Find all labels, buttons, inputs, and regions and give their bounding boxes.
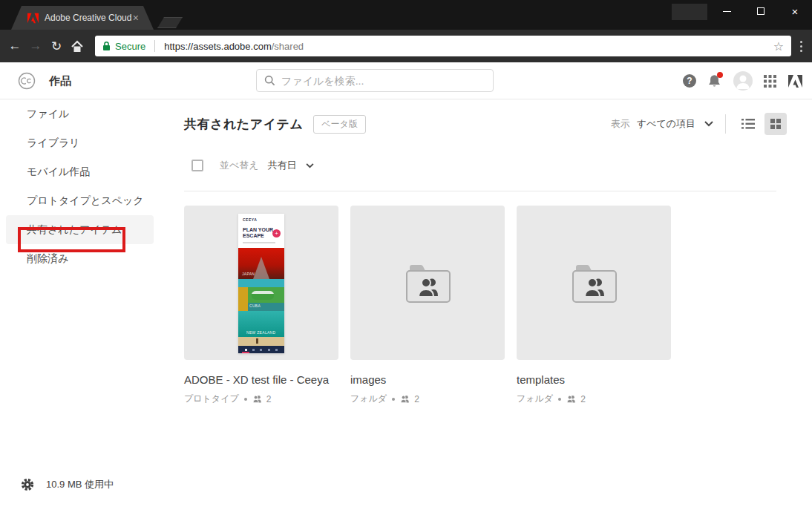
- sidebar-item-prototypes-specs[interactable]: プロトタイプとスペック: [0, 186, 172, 215]
- brand-label: 作品: [49, 74, 71, 88]
- notification-dot: [717, 72, 723, 78]
- thumb-plus-icon: [272, 229, 281, 237]
- card-title[interactable]: ADOBE - XD test file - Ceeya: [184, 373, 338, 386]
- folder-card-tile[interactable]: [350, 206, 505, 360]
- address-bar[interactable]: Secure https://assets.adobe.com /shared …: [95, 36, 791, 56]
- card-type-label: フォルダ: [350, 393, 387, 405]
- card-type-label: プロトタイプ: [184, 393, 239, 405]
- prototype-thumbnail: CEEYA PLAN YOUR ESCAPE JAPAN CUBA: [238, 214, 284, 353]
- maximize-icon: [757, 7, 764, 15]
- help-icon[interactable]: [683, 74, 696, 88]
- notifications-bell-icon[interactable]: [707, 73, 722, 88]
- thumb-label-japan: JAPAN: [242, 272, 255, 276]
- thumb-headline-1: PLAN YOUR: [243, 227, 273, 232]
- apps-grid-icon[interactable]: [764, 75, 776, 88]
- sidebar-item-files[interactable]: ファイル: [0, 99, 172, 128]
- thumb-subline: [243, 242, 275, 243]
- content-divider: [184, 191, 776, 191]
- thumb-label-new-zealand: NEW ZEALAND: [246, 330, 275, 335]
- shared-count: 2: [414, 394, 419, 404]
- shared-folder-icon: [405, 263, 452, 304]
- search-icon: [264, 75, 275, 86]
- sidebar-item-mobile-creations[interactable]: モバイル作品: [0, 157, 172, 186]
- bookmark-star-icon[interactable]: ☆: [773, 39, 784, 53]
- tab-title: Adobe Creative Cloud: [45, 13, 133, 23]
- card-title[interactable]: templates: [517, 373, 671, 386]
- new-tab-button[interactable]: [157, 17, 183, 28]
- beta-badge: ベータ版: [313, 115, 366, 134]
- sidebar-item-deleted[interactable]: 削除済み: [0, 244, 172, 273]
- shared-people-icon: [252, 395, 263, 403]
- window-close-button[interactable]: ×: [778, 0, 812, 22]
- thumb-label-cuba: CUBA: [249, 304, 261, 308]
- page-title: 共有されたアイテム: [184, 116, 303, 133]
- card-type-label: フォルダ: [517, 393, 553, 405]
- shared-count: 2: [266, 394, 272, 404]
- window-minimize-button[interactable]: [710, 0, 744, 22]
- url-host: https://assets.adobe.com: [164, 41, 272, 52]
- dot-separator: [558, 398, 561, 401]
- asset-card-templates: templates フォルダ 2: [517, 206, 671, 405]
- titlebar-blurred-region: [672, 4, 707, 20]
- creative-cloud-icon[interactable]: [18, 72, 36, 90]
- sidebar: ファイル ライブラリ モバイル作品 プロトタイプとスペック 共有されたアイテム …: [0, 99, 172, 518]
- browser-titlebar: Adobe Creative Cloud × ×: [0, 0, 812, 30]
- url-path: /shared: [272, 41, 304, 52]
- search-input[interactable]: [281, 75, 485, 87]
- adobe-logo-icon[interactable]: [788, 74, 803, 88]
- adobe-favicon-icon: [27, 13, 39, 24]
- sidebar-item-libraries[interactable]: ライブラリ: [0, 128, 172, 157]
- browser-tab[interactable]: Adobe Creative Cloud ×: [11, 6, 154, 30]
- browser-menu-icon[interactable]: [800, 41, 802, 52]
- thumb-section-japan: JAPAN: [238, 248, 284, 279]
- avatar[interactable]: [733, 71, 753, 91]
- secure-label: Secure: [115, 41, 145, 52]
- chevron-down-icon[interactable]: [704, 121, 713, 127]
- card-title[interactable]: images: [350, 373, 505, 386]
- dot-separator: [392, 398, 395, 401]
- view-filter-value[interactable]: すべての項目: [637, 117, 695, 131]
- view-filter-label: 表示: [611, 117, 630, 131]
- thumb-section-beach: [238, 337, 284, 346]
- search-box[interactable]: [256, 69, 494, 92]
- grid-view-icon: [770, 119, 781, 129]
- minimize-icon: [723, 11, 731, 12]
- thumb-section-new-zealand: NEW ZEALAND: [238, 311, 284, 337]
- thumb-navbar: [238, 346, 284, 353]
- thumb-section-cuba: CUBA: [238, 279, 284, 311]
- list-view-icon[interactable]: [738, 114, 759, 134]
- folder-card-tile[interactable]: [517, 206, 671, 360]
- sort-chevron-down-icon[interactable]: [306, 163, 314, 168]
- forward-icon: →: [25, 39, 46, 53]
- tab-close-icon[interactable]: ×: [133, 13, 139, 23]
- browser-toolbar: ← → ↻ Secure https://assets.adobe.com /s…: [0, 30, 812, 62]
- settings-gear-icon[interactable]: [21, 478, 34, 491]
- storage-usage-label: 10.9 MB 使用中: [46, 478, 114, 491]
- lock-icon: [102, 41, 111, 51]
- main-content: 共有されたアイテム ベータ版 表示 すべての項目 並べ替え 共有日: [184, 99, 812, 518]
- shared-folder-icon: [571, 263, 618, 304]
- prototype-card-tile[interactable]: CEEYA PLAN YOUR ESCAPE JAPAN CUBA: [184, 206, 338, 360]
- sidebar-item-shared[interactable]: 共有されたアイテム: [6, 215, 154, 244]
- close-icon: ×: [792, 6, 799, 17]
- asset-card-prototype: CEEYA PLAN YOUR ESCAPE JAPAN CUBA: [184, 206, 338, 405]
- home-icon[interactable]: [67, 40, 88, 53]
- dot-separator: [244, 398, 247, 401]
- select-all-checkbox[interactable]: [191, 160, 203, 171]
- thumb-brand: CEEYA: [243, 217, 281, 222]
- reload-icon[interactable]: ↻: [46, 39, 67, 54]
- shared-people-icon: [566, 395, 577, 403]
- shared-count: 2: [580, 394, 586, 404]
- view-toggle-divider: [725, 114, 726, 134]
- grid-view-button[interactable]: [764, 113, 787, 135]
- shared-people-icon: [400, 395, 410, 403]
- asset-card-images: images フォルダ 2: [350, 206, 505, 405]
- window-maximize-button[interactable]: [744, 0, 778, 22]
- thumb-headline-2: ESCAPE: [243, 233, 264, 238]
- url-separator: [154, 40, 155, 52]
- sort-value[interactable]: 共有日: [268, 159, 297, 172]
- sort-label: 並べ替え: [220, 159, 259, 172]
- back-icon[interactable]: ←: [4, 39, 25, 53]
